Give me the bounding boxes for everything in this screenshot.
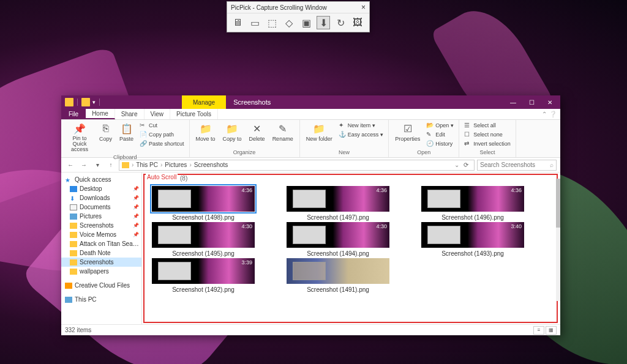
easy-access-button[interactable]: ⚓Easy access ▾ <box>337 130 385 139</box>
file-thumbnail[interactable]: 4:36Screenshot (1496).png <box>419 185 527 221</box>
maximize-button[interactable]: ☐ <box>522 95 541 109</box>
help-icon[interactable]: ❔ <box>549 111 557 117</box>
file-thumbnail[interactable]: 3:39Screenshot (1492).png <box>149 257 257 293</box>
sidebar-quick-access[interactable]: ★Quick access <box>61 175 141 184</box>
selectall-icon: ☰ <box>464 122 471 129</box>
repeat-icon[interactable]: ↻ <box>334 16 347 29</box>
history-button[interactable]: 🕘History <box>425 139 455 148</box>
file-thumbnail[interactable]: 4:30Screenshot (1495).png <box>149 221 257 257</box>
sidebar-death-note[interactable]: Death Note <box>61 248 141 258</box>
edit-button[interactable]: ✎Edit <box>425 130 455 139</box>
select-none-button[interactable]: ☐Select none <box>463 130 512 139</box>
up-button[interactable]: ↑ <box>105 160 116 171</box>
pin-icon: 📌 <box>133 214 139 219</box>
collapse-ribbon-icon[interactable]: ⌃ <box>542 111 547 117</box>
qat-dropdown[interactable]: ▾ <box>92 99 96 105</box>
titlebar[interactable]: ▾ Manage Screenshots — ☐ ✕ <box>61 95 560 109</box>
ribbon-group-label: Select <box>463 149 512 156</box>
search-input[interactable] <box>480 162 550 168</box>
file-explorer-window: ▾ Manage Screenshots — ☐ ✕ File Home Sha… <box>61 95 560 335</box>
pin-quick-access-button[interactable]: 📌Pin to Quick access <box>65 121 94 154</box>
refresh-button[interactable]: ⟳ <box>460 162 471 168</box>
open-button[interactable]: 📂Open ▾ <box>425 121 455 130</box>
view-tab[interactable]: View <box>145 109 171 119</box>
move-to-button[interactable]: 📁Move to <box>193 121 218 143</box>
video-time: 4:36 <box>511 187 522 193</box>
sidebar-screenshots[interactable]: Screenshots📌 <box>61 221 141 230</box>
copy-to-button[interactable]: 📁Copy to <box>220 121 244 143</box>
sidebar-downloads[interactable]: ⬇Downloads📌 <box>61 193 141 202</box>
forward-button[interactable]: → <box>78 160 89 171</box>
address-dropdown[interactable]: ⌄ <box>454 162 459 168</box>
file-tab[interactable]: File <box>61 109 86 119</box>
manage-tab[interactable]: Manage <box>182 95 226 109</box>
breadcrumb[interactable]: › This PC › Pictures › Screenshots ⌄ ⟳ <box>119 160 475 171</box>
delete-button[interactable]: ✕Delete <box>247 121 268 143</box>
region-icon[interactable]: ⬚ <box>265 16 279 29</box>
download-icon: ⬇ <box>70 195 77 201</box>
navigation-pane[interactable]: ★Quick access Desktop📌 ⬇Downloads📌 Docum… <box>61 173 142 324</box>
sidebar-documents[interactable]: Documents📌 <box>61 202 141 212</box>
freehand-icon[interactable]: ◇ <box>282 16 296 29</box>
sidebar-screenshots-current[interactable]: Screenshots <box>61 258 141 267</box>
file-thumbnail[interactable]: 4:36Screenshot (1498).png <box>149 185 257 221</box>
details-view-button[interactable]: ≡ <box>533 326 544 335</box>
sidebar-voice-memos[interactable]: Voice Memos📌 <box>61 230 141 239</box>
vertical-scrollbar[interactable] <box>556 179 560 301</box>
new-folder-button[interactable]: 📁New folder <box>304 121 335 143</box>
video-time: 3:39 <box>241 259 252 266</box>
folder-icon <box>81 98 90 106</box>
copy-path-button[interactable]: 📄Copy path <box>138 130 186 139</box>
file-thumbnail[interactable]: 4:36Screenshot (1497).png <box>284 185 392 221</box>
sidebar-pictures[interactable]: Pictures📌 <box>61 212 141 221</box>
window-icon[interactable]: ▭ <box>248 16 261 29</box>
thumbnail-image: 4:30 <box>287 222 389 248</box>
breadcrumb-item[interactable]: Pictures <box>165 162 187 168</box>
scrolling-capture-icon[interactable]: ⬇ <box>317 16 330 29</box>
scrollbar-thumb[interactable] <box>556 179 560 228</box>
content-pane[interactable]: Auto Scroll (8) 4:36Screenshot (1498).pn… <box>142 173 560 324</box>
sidebar-attack-on-titan[interactable]: Attack on Titan Season 1 <box>61 239 141 248</box>
moveto-icon: 📁 <box>200 122 212 135</box>
search-box[interactable]: ⌕ <box>477 160 557 171</box>
back-button[interactable]: ← <box>65 160 76 171</box>
picture-tools-tab[interactable]: Picture Tools <box>170 109 218 119</box>
file-thumbnail[interactable]: 3:40Screenshot (1493).png <box>419 221 527 257</box>
breadcrumb-item[interactable]: This PC <box>136 162 158 168</box>
thumbnails-view-button[interactable]: ▦ <box>546 326 557 335</box>
select-all-button[interactable]: ☰Select all <box>463 121 512 130</box>
paste-button[interactable]: 📋Paste <box>117 121 136 143</box>
rename-icon: ✎ <box>277 122 289 135</box>
copy-button[interactable]: ⎘Copy <box>97 121 115 143</box>
monitor-icon[interactable]: 🖥 <box>231 16 244 29</box>
cut-button[interactable]: ✂Cut <box>138 121 186 130</box>
paste-shortcut-button[interactable]: 🔗Paste shortcut <box>138 139 186 148</box>
picpick-close-button[interactable]: × <box>361 3 366 12</box>
sidebar-desktop[interactable]: Desktop📌 <box>61 184 141 193</box>
sidebar-wallpapers[interactable]: wallpapers <box>61 267 141 276</box>
breadcrumb-item[interactable]: Screenshots <box>194 162 228 168</box>
image-icon[interactable]: 🖼 <box>351 16 364 29</box>
pin-icon: 📌 <box>73 122 86 135</box>
copyto-icon: 📁 <box>226 122 238 135</box>
sidebar-creative-cloud[interactable]: Creative Cloud Files <box>61 281 141 290</box>
invert-selection-button[interactable]: ⇄Invert selection <box>463 139 512 148</box>
fixed-region-icon[interactable]: ▣ <box>299 16 313 29</box>
rename-button[interactable]: ✎Rename <box>270 121 296 143</box>
file-thumbnail[interactable]: 4:30Screenshot (1494).png <box>284 221 392 257</box>
minimize-button[interactable]: — <box>504 95 522 109</box>
new-item-button[interactable]: ✦New item ▾ <box>337 121 385 130</box>
pin-icon: 📌 <box>133 204 139 210</box>
home-tab[interactable]: Home <box>86 109 115 119</box>
pc-icon <box>65 297 72 303</box>
invert-icon: ⇄ <box>464 140 471 147</box>
properties-button[interactable]: ☑Properties <box>392 121 422 143</box>
pin-icon: 📌 <box>133 195 139 201</box>
sidebar-this-pc[interactable]: This PC <box>61 295 141 304</box>
newfolder-icon: 📁 <box>313 122 325 135</box>
address-bar: ← → ▾ ↑ › This PC › Pictures › Screensho… <box>61 158 560 173</box>
share-tab[interactable]: Share <box>115 109 145 119</box>
close-button[interactable]: ✕ <box>541 95 559 109</box>
file-thumbnail[interactable]: Screenshot (1491).png <box>284 257 392 293</box>
recent-dropdown[interactable]: ▾ <box>92 160 103 171</box>
